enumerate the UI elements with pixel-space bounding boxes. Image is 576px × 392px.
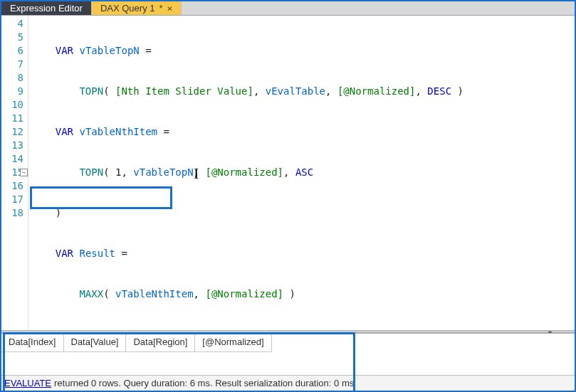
column-header[interactable]: Data[Region] <box>126 334 195 352</box>
tab-label: Expression Editor <box>10 3 83 14</box>
line-number: 9 <box>1 85 23 98</box>
tab-label: DAX Query 1 <box>100 3 155 14</box>
tab-expression-editor[interactable]: Expression Editor <box>1 1 92 15</box>
tab-bar: Expression Editor DAX Query 1 * × <box>1 1 575 15</box>
line-number: 17 <box>1 193 23 206</box>
line-number: 12 <box>1 125 23 139</box>
line-number: 8 <box>1 71 23 85</box>
results-grid[interactable]: Data[Index] Data[Value] Data[Region] [@N… <box>1 334 575 375</box>
editor-pane: 4 5 6 7 8 9 10 11 12 13 14 15 16 17 18 V… <box>1 15 575 330</box>
line-number: 6 <box>1 44 23 58</box>
line-number: 11 <box>1 112 23 125</box>
status-text: returned 0 rows. Query duration: 6 ms. R… <box>54 378 354 388</box>
fold-icon[interactable]: − <box>20 169 28 176</box>
code-editor[interactable]: VAR vTableTopN = TOPN( [Nth Item Slider … <box>28 16 575 330</box>
column-header[interactable]: [@Normalized] <box>195 334 271 352</box>
close-icon[interactable]: × <box>167 3 173 14</box>
line-number: 14 <box>1 152 23 166</box>
column-header[interactable]: Data[Value] <box>64 334 127 352</box>
line-number: 4 <box>1 17 23 31</box>
results-pane: Data[Index] Data[Value] Data[Region] [@N… <box>1 333 575 391</box>
line-number: 5 <box>1 31 23 44</box>
tab-dax-query[interactable]: DAX Query 1 * × <box>92 1 182 15</box>
line-number: 10 <box>1 98 23 112</box>
column-headers: Data[Index] Data[Value] Data[Region] [@N… <box>1 334 575 352</box>
tab-modified-indicator: * <box>159 3 162 14</box>
status-keyword: EVALUATE <box>4 378 51 388</box>
text-cursor-icon: I <box>194 166 199 180</box>
line-number: 13 <box>1 139 23 152</box>
column-header[interactable]: Data[Index] <box>1 334 64 352</box>
line-number: 18 <box>1 206 23 220</box>
status-bar: EVALUATE returned 0 rows. Query duration… <box>1 375 575 391</box>
line-number: 7 <box>1 58 23 71</box>
line-number: 16 <box>1 179 23 193</box>
